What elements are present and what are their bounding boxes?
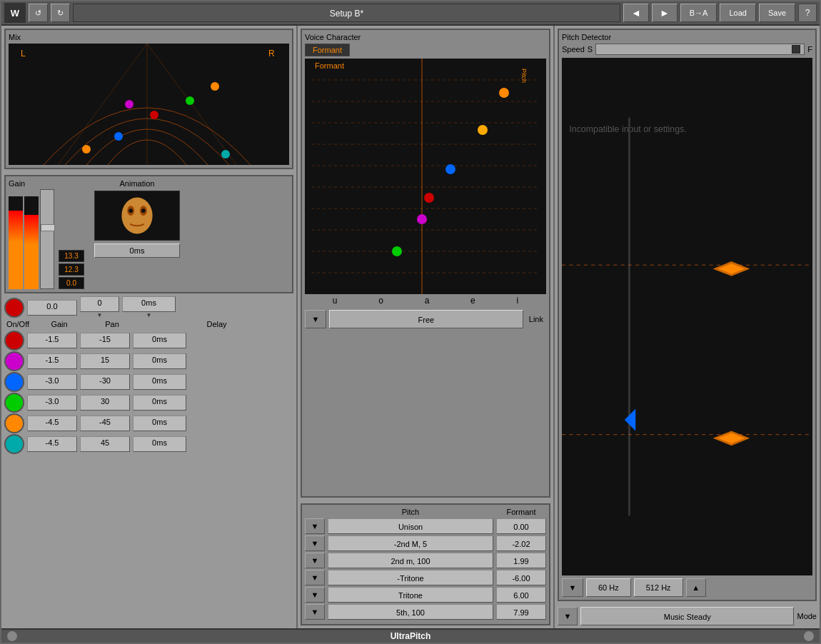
svg-text:Incompatible input or settings: Incompatible input or settings. (569, 124, 686, 134)
vc-bottom: ▼ Free Link (305, 310, 546, 328)
ba-button[interactable]: B→A (680, 4, 717, 22)
svg-text:Formant: Formant (315, 61, 344, 70)
logo: W (4, 3, 26, 23)
formant-value-4[interactable]: -6.00 (496, 570, 546, 585)
ch4-delay[interactable]: 0ms (133, 395, 186, 411)
freq-512hz-button[interactable]: 512 Hz (634, 578, 683, 597)
svg-point-11 (221, 150, 230, 159)
delay-header: Delay (140, 320, 293, 328)
ch4-gain[interactable]: -3.0 (27, 395, 77, 411)
formant-col-header: Formant (496, 508, 546, 516)
animation-display (94, 191, 180, 241)
ch1-gain[interactable]: -1.5 (27, 333, 77, 348)
pitch-table-header: Pitch Formant (305, 508, 546, 516)
pd-dropdown-button[interactable]: ▼ (562, 578, 583, 597)
pitch-detector-display: Incompatible input or settings. (562, 58, 812, 575)
ch3-delay[interactable]: 0ms (133, 374, 186, 390)
channel-row: -3.0 -30 0ms (4, 372, 293, 392)
pd-up-button[interactable]: ▲ (686, 578, 706, 597)
vowel-a: a (425, 296, 430, 306)
mode-value[interactable]: Music Steady (580, 607, 794, 625)
pitch-value-3[interactable]: 2nd m, 100 (328, 553, 493, 568)
vowel-u: u (333, 296, 338, 306)
gain-label: Gain (9, 179, 84, 188)
main-delay-input[interactable]: 0ms (122, 296, 176, 312)
pitch-dropdown-2[interactable]: ▼ (305, 535, 325, 551)
speed-slider[interactable] (595, 44, 805, 55)
onoff-header: On/Off (4, 320, 31, 328)
ch2-pan[interactable]: 15 (80, 353, 130, 369)
main-pan-input[interactable]: 0 (80, 296, 119, 312)
pitch-dropdown-1[interactable]: ▼ (305, 518, 325, 534)
mode-label: Mode (797, 612, 817, 620)
formant-value-1[interactable]: 0.00 (496, 518, 546, 534)
help-button[interactable]: ? (798, 4, 817, 22)
gain-slider[interactable] (40, 189, 54, 289)
svg-rect-41 (628, 118, 630, 515)
ch2-gain[interactable]: -1.5 (27, 353, 77, 369)
formant-value-3[interactable]: 1.99 (496, 553, 546, 568)
pitch-dropdown-6[interactable]: ▼ (305, 604, 325, 620)
pitch-dropdown-3[interactable]: ▼ (305, 553, 325, 568)
freq-60hz-button[interactable]: 60 Hz (586, 578, 631, 597)
middle-panel: Voice Character Formant Pitch (298, 26, 555, 628)
pitch-value-1[interactable]: Unison (328, 518, 493, 534)
pitch-row-2: ▼ -2nd M, 5 -2.02 (305, 535, 546, 551)
redo-button[interactable]: ↻ (51, 4, 70, 22)
gain-meters: 13.3 12.3 0.0 (9, 189, 84, 289)
ch4-pan[interactable]: 30 (80, 395, 130, 411)
pitch-value-2[interactable]: -2nd M, 5 (328, 535, 493, 551)
gain-value-2: 12.3 (59, 263, 84, 276)
pitch-value-5[interactable]: Tritone (328, 587, 493, 603)
ch2-delay[interactable]: 0ms (133, 353, 186, 369)
pitch-dropdown-4[interactable]: ▼ (305, 570, 325, 585)
pitch-detector-section: Pitch Detector Speed S F Incompatible in… (558, 29, 817, 601)
free-button[interactable]: Free (329, 310, 523, 328)
ch4-toggle[interactable] (4, 393, 24, 413)
ch1-pan[interactable]: -15 (80, 333, 130, 348)
pitch-dropdown-5[interactable]: ▼ (305, 587, 325, 603)
animation-time-button[interactable]: 0ms (94, 243, 180, 258)
formant-dropdown-button[interactable]: ▼ (305, 310, 326, 328)
voice-character-section: Voice Character Formant Pitch (301, 29, 550, 498)
channel-row: -3.0 30 0ms (4, 393, 293, 413)
formant-value-6[interactable]: 7.99 (496, 604, 546, 620)
ch5-gain[interactable]: -4.5 (27, 416, 77, 431)
mode-dropdown-button[interactable]: ▼ (558, 607, 578, 625)
ch5-delay[interactable]: 0ms (133, 416, 186, 431)
formant-value-2[interactable]: -2.02 (496, 535, 546, 551)
animation-label: Animation (120, 179, 155, 188)
ch1-delay[interactable]: 0ms (133, 333, 186, 348)
gain-value-1: 13.3 (59, 250, 84, 262)
ch6-pan[interactable]: 45 (80, 436, 130, 452)
pitch-row-1: ▼ Unison 0.00 (305, 518, 546, 534)
speed-s-label: S (588, 45, 593, 54)
ch3-toggle[interactable] (4, 372, 24, 392)
vowel-i: i (516, 296, 518, 306)
svg-point-34 (478, 125, 488, 135)
ch6-delay[interactable]: 0ms (133, 436, 186, 452)
prev-button[interactable]: ◄ (623, 4, 649, 22)
svg-point-12 (211, 82, 219, 91)
ch5-toggle[interactable] (4, 413, 24, 433)
next-button[interactable]: ► (652, 4, 678, 22)
svg-text:L: L (21, 49, 26, 59)
ch3-pan[interactable]: -30 (80, 374, 130, 390)
formant-value-5[interactable]: 6.00 (496, 587, 546, 603)
ch6-gain[interactable]: -4.5 (27, 436, 77, 452)
svg-point-35 (445, 164, 455, 174)
ch5-pan[interactable]: -45 (80, 416, 130, 431)
undo-button[interactable]: ↺ (29, 4, 48, 22)
pitch-value-6[interactable]: 5th, 100 (328, 604, 493, 620)
ch6-toggle[interactable] (4, 434, 24, 454)
main-gain-input[interactable]: 0.0 (27, 300, 77, 316)
save-button[interactable]: Save (759, 4, 795, 22)
pan-header: Pan (87, 320, 137, 328)
ch3-gain[interactable]: -3.0 (27, 374, 77, 390)
main-toggle-button[interactable] (4, 298, 24, 318)
ch1-toggle[interactable] (4, 331, 24, 351)
load-button[interactable]: Load (720, 4, 755, 22)
tab-formant[interactable]: Formant (305, 44, 350, 56)
ch2-toggle[interactable] (4, 351, 24, 371)
pitch-value-4[interactable]: -Tritone (328, 570, 493, 585)
